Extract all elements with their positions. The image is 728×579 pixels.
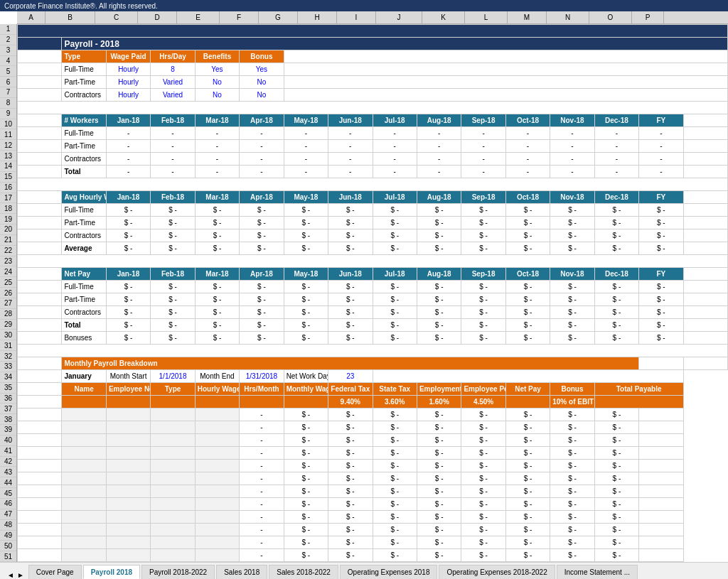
fulltime-benefits: Yes [195, 63, 239, 76]
row-30: 30 [0, 330, 16, 340]
table-row: # Workers Jan-18 Feb-18 Mar-18 Apr-18 Ma… [18, 114, 728, 127]
row-5: 5 [0, 66, 16, 77]
table-row: -$ -$ -$ -$ -$ -$ -$ -$ - [18, 524, 728, 536]
row-3: 3 [0, 45, 16, 56]
contractors-hrs: Varied [151, 89, 195, 102]
emp-pension-header: Employee Pension [461, 383, 505, 396]
row-2: 2 [0, 35, 16, 45]
row-35: 35 [0, 383, 16, 394]
col-a: A [17, 11, 46, 23]
row-48: 48 [0, 520, 16, 531]
row-20: 20 [0, 224, 16, 235]
row-37: 37 [0, 404, 16, 414]
row-7: 7 [0, 87, 16, 98]
workers-jul: Jul-18 [373, 114, 417, 127]
col-m: M [508, 11, 547, 23]
pension-rate: 4.50% [461, 396, 505, 408]
row-8: 8 [0, 98, 16, 109]
emp-ins-rate: 1.60% [417, 396, 461, 408]
net-pay-col-header: Net Pay [505, 383, 550, 396]
tab-sales-2018-2022[interactable]: Sales 2018-2022 [269, 565, 338, 579]
table-row: -$ -$ -$ -$ -$ -$ -$ -$ - [18, 498, 728, 511]
tab-arrow-left[interactable]: ◄ [6, 571, 16, 579]
main-area: 1 2 3 4 5 6 7 8 9 10 11 12 13 14 15 16 1… [0, 24, 728, 562]
table-row: Full-Time Hourly 8 Yes Yes [18, 63, 728, 76]
start-date: 1/1/2018 [151, 370, 195, 383]
parttime-bonus: No [240, 76, 284, 89]
parttime-hrs: Varied [151, 76, 195, 89]
table-row: Average $ - $ - $ - $ - $ - $ - $ - $ - … [18, 242, 728, 255]
table-row: Net Pay Jan-18 Feb-18 Mar-18 Apr-18 May-… [18, 268, 728, 281]
row-15: 15 [0, 172, 16, 183]
name-header: Name [62, 383, 106, 396]
table-row: -$ -$ -$ -$ -$ -$ -$ -$ - [18, 472, 728, 485]
row-46: 46 [0, 499, 16, 509]
hrs-day-header: Hrs/Day [151, 50, 195, 63]
table-subheader-2: 9.40% 3.60% 1.60% 4.50% 10% of EBIT [18, 396, 728, 408]
tab-payroll-2018-2022[interactable]: Payroll 2018-2022 [141, 565, 215, 579]
table-row: Contractors $ - $ - $ - $ - $ - $ - $ - … [18, 229, 728, 242]
table-row: Part-Time $ -$ -$ -$ -$ -$ -$ -$ -$ -$ -… [18, 293, 728, 306]
bonus-header: Bonus [240, 50, 284, 63]
sheet-content: Payroll - 2018 Type Wage Paid Hrs/Day Be… [17, 24, 728, 562]
workers-jun: Jun-18 [328, 114, 373, 127]
row-4: 4 [0, 56, 16, 67]
workers-sep: Sep-18 [461, 114, 505, 127]
col-n: N [547, 11, 589, 23]
row-10: 10 [0, 119, 16, 130]
row-29: 29 [0, 320, 16, 330]
row-27: 27 [0, 298, 16, 309]
workers-apr: Apr-18 [240, 114, 284, 127]
table-row: Contractors $ -$ -$ -$ -$ -$ -$ -$ -$ -$… [18, 306, 728, 319]
tab-bar: ◄ ► Cover Page Payroll 2018 Payroll 2018… [0, 562, 728, 579]
table-row [18, 345, 728, 357]
row-39: 39 [0, 425, 16, 435]
tab-income-statement[interactable]: Income Statement ... [557, 565, 638, 579]
tab-arrow-right[interactable]: ► [16, 571, 26, 579]
avg-wage-header: Avg Hourly Wage [62, 191, 106, 204]
tab-sales-2018[interactable]: Sales 2018 [216, 565, 267, 579]
table-row: Total $ -$ -$ -$ -$ -$ -$ -$ -$ -$ -$ -$… [18, 319, 728, 332]
workers-may: May-18 [284, 114, 328, 127]
tab-operating-expenses-2018-2022[interactable]: Operating Expenses 2018-2022 [439, 565, 555, 579]
parttime-label: Part-Time [62, 76, 106, 89]
row-numbers: 1 2 3 4 5 6 7 8 9 10 11 12 13 14 15 16 1… [0, 24, 17, 562]
table-row: -$ -$ -$ -$ -$ -$ -$ -$ - [18, 447, 728, 460]
table-row: -$ -$ -$ -$ -$ -$ -$ -$ - [18, 485, 728, 498]
table-row: -$ -$ -$ -$ -$ -$ -$ -$ - [18, 536, 728, 549]
table-row: Bonuses $ -$ -$ -$ -$ -$ -$ -$ -$ -$ -$ … [18, 332, 728, 345]
fulltime-wage: Hourly [106, 63, 150, 76]
table-row: Monthly Payroll Breakdown [18, 357, 728, 370]
top-bar: Corporate Finance Institute®. All rights… [0, 0, 728, 11]
table-row: -$ -$ -$ -$ -$ -$ -$ -$ - [18, 434, 728, 447]
monthly-breakdown-label: Monthly Payroll Breakdown [62, 357, 639, 370]
col-g: G [259, 11, 298, 23]
row-22: 22 [0, 246, 16, 256]
table-row: Payroll - 2018 [18, 38, 728, 50]
row-19: 19 [0, 214, 16, 224]
table-row: -$ -$ -$ -$ -$ -$ -$ -$ - [18, 549, 728, 562]
col-d: D [138, 11, 177, 23]
wage-paid-header: Wage Paid [106, 50, 150, 63]
tab-cover-page[interactable]: Cover Page [28, 565, 82, 579]
column-headers: A B C D E F G H I J K L M N O P [17, 11, 728, 24]
row-45: 45 [0, 488, 16, 499]
tab-nav-arrows: ◄ ► [3, 571, 28, 579]
table-row [18, 255, 728, 268]
row-21: 21 [0, 235, 16, 246]
state-tax-header: State Tax [373, 383, 417, 396]
table-row: Full-Time - - - - - - - - - - - - - [18, 127, 728, 140]
hourly-wage-header: Hourly Wage [195, 383, 239, 396]
federal-rate: 9.40% [328, 396, 373, 408]
row-49: 49 [0, 531, 16, 541]
hrs-month-header: Hrs/Month [240, 383, 284, 396]
row-11: 11 [0, 129, 16, 140]
row-16: 16 [0, 183, 16, 193]
row-32: 32 [0, 351, 16, 362]
bonus-col-header: Bonus [550, 383, 594, 396]
col-l: L [465, 11, 508, 23]
contractors-label: Contractors [62, 89, 106, 102]
row-40: 40 [0, 435, 16, 446]
tab-operating-expenses-2018[interactable]: Operating Expenses 2018 [340, 565, 438, 579]
tab-payroll-2018[interactable]: Payroll 2018 [83, 565, 140, 579]
